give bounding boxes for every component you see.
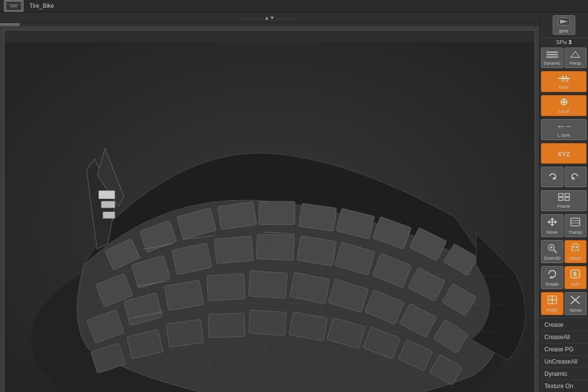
svg-text:S: S [573,271,577,277]
floor-row: XYZ ▼▼ Floor [539,70,588,94]
svg-point-91 [573,246,575,248]
rotate-label: Rotate [545,282,559,287]
lsym-button[interactable]: ⟵ ⟶ L.Sym [541,119,587,140]
viewport-toolbar: ........... ▲▼ ........... [0,12,539,23]
xpose-label: Xpose [569,308,582,313]
dynamic2-label: Dynamic [544,370,567,377]
ghost-icon [569,243,581,255]
svg-marker-83 [547,218,557,226]
lsym-icon: ⟵ ⟶ [557,122,571,132]
tire-mesh-svg [4,30,535,392]
svg-rect-80 [565,194,569,196]
spix-row: SPix 3 [539,38,588,46]
floor-icon: XYZ ▼▼ [557,74,571,84]
zoom3d-label: Zoom3D [543,256,561,261]
toolbar-dots-left: ........... [242,15,263,20]
toolbar-dots-right: ........... [277,15,297,20]
local-label: Local [559,109,569,114]
rotate-ccw-icon [570,171,581,183]
ghost-label: Ghost [569,256,581,261]
rotate-icons-row [539,165,588,189]
sidebar-divider-1 [539,318,588,318]
lsym-label: L.Sym [558,133,570,138]
rotate-ccw-button[interactable] [564,167,587,187]
crease-pg-label: Crease PG [544,346,573,353]
zoom3d-ghost-row: Zoom3D Ghost [539,239,588,265]
progress-bar-container [0,23,539,26]
spix-value: 3 [568,39,571,45]
lsym-row: ⟵ ⟶ L.Sym [539,118,588,142]
rotate-cw-button[interactable] [541,167,564,187]
top-bar: ZBR Tire_Bike [0,0,588,12]
texture-on-label: Texture On [544,383,573,390]
texture-on-button[interactable]: Texture On [539,380,588,392]
svg-rect-39 [248,310,286,336]
transp-button[interactable]: Transp [564,214,587,237]
svg-rect-67 [546,56,558,58]
dynamic2-button[interactable]: Dynamic [539,368,588,380]
svg-rect-81 [559,197,563,200]
frame-row: Frame [539,189,588,213]
zoom3d-icon [546,243,558,255]
frame-icon [557,193,571,203]
xyz-button[interactable]: XYZ [541,143,587,164]
polyf-label: PolyF [546,308,558,313]
persp-label: Persp [569,61,581,66]
dynamic-button[interactable]: Dynamic [541,48,564,68]
solo-icon: S [569,269,581,281]
svg-point-92 [576,246,578,248]
svg-rect-29 [248,270,287,298]
svg-rect-65 [546,51,558,53]
uncrease-all-button[interactable]: UnCreaseAll [539,356,588,368]
xpose-button[interactable]: Xpose [564,292,587,315]
xyz-row: XYZ [539,142,588,165]
move-icon [546,217,558,229]
persp-icon [569,50,582,60]
crease-label: Crease [544,321,564,328]
polyf-icon [546,294,558,307]
move-label: Move [547,230,558,235]
rotate-cw-icon [547,171,558,183]
svg-rect-38 [208,313,245,338]
solo-button[interactable]: S Solo [564,266,587,289]
crease-button[interactable]: Crease [539,319,588,331]
transp-icon [569,217,581,229]
svg-rect-20 [297,236,337,266]
bpr-label: BPR [559,29,568,34]
transp-label: Transp [568,230,582,235]
dynamic-persp-row: Dynamic Persp [539,46,588,70]
local-row: Local [539,94,588,118]
viewport[interactable] [4,30,535,392]
frame-button[interactable]: Frame [541,190,587,211]
polyf-button[interactable]: PolyF [541,292,564,315]
rotate-icon [546,269,558,281]
polyf-xpose-row: PolyF Xpose [539,291,588,317]
xpose-icon [569,294,581,307]
model-name: Tire_Bike [29,2,54,9]
creaseall-button[interactable]: CreaseAll [539,331,588,343]
rotate-button[interactable]: Rotate [541,266,564,289]
frame-label: Frame [557,204,570,209]
svg-rect-9 [259,201,295,225]
zoom3d-button[interactable]: Zoom3D [541,240,564,263]
floor-button[interactable]: XYZ ▼▼ Floor [541,71,587,92]
crease-pg-button[interactable]: Crease PG [539,343,588,356]
uncrease-all-label: UnCreaseAll [544,358,577,365]
dynamic-icon [546,50,559,60]
persp-button[interactable]: Persp [564,48,587,68]
local-button[interactable]: Local [541,95,587,116]
svg-rect-52 [103,212,115,219]
move-button[interactable]: Move [541,214,564,237]
bpr-icon [557,17,571,28]
floor-label: Floor [559,85,569,90]
ghost-button[interactable]: Ghost [564,240,587,263]
bpr-button[interactable]: BPR [553,15,575,35]
svg-text:XYZ: XYZ [561,78,569,82]
app-logo: ZBR [4,0,24,12]
svg-rect-50 [99,191,115,198]
spix-label: SPix [556,39,567,45]
svg-rect-82 [565,197,569,200]
main-area: ........... ▲▼ ........... [0,12,588,392]
toolbar-arrows[interactable]: ▲▼ [264,15,275,21]
svg-text:▼▼: ▼▼ [561,75,568,78]
